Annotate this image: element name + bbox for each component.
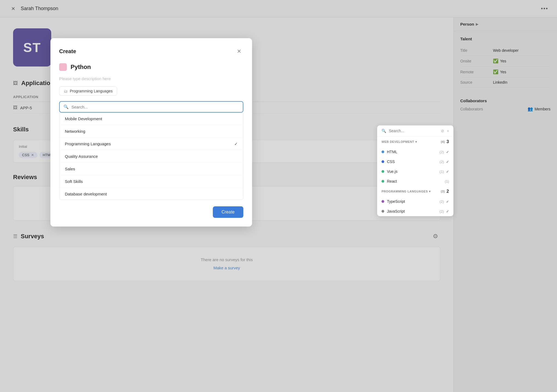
category-button[interactable]: 🗂 Programming Languages bbox=[59, 86, 117, 96]
javascript-check-icon: ✓ bbox=[446, 209, 449, 213]
vuejs-dot bbox=[382, 170, 384, 173]
skills-panel: 🔍 ⊘ + WEB DEVELOPMENT ▾ (4) 3 HTML (2) ✓… bbox=[377, 125, 453, 216]
create-modal: Create ✕ Python Please type description … bbox=[50, 38, 252, 227]
skill-item-vuejs[interactable]: Vue.js (1) ✓ bbox=[377, 167, 453, 176]
check-mark-icon: ✓ bbox=[234, 142, 238, 146]
dropdown-item-qa[interactable]: Quality Assurance bbox=[59, 150, 243, 163]
vuejs-check-icon: ✓ bbox=[446, 170, 449, 174]
skills-filter-icon[interactable]: ⊘ bbox=[441, 129, 444, 133]
skill-item-css[interactable]: CSS (2) ✓ bbox=[377, 157, 453, 167]
skill-item-typescript[interactable]: TypeScript (2) ✓ bbox=[377, 197, 453, 206]
dropdown-item-programming[interactable]: Programming Languages ✓ bbox=[59, 138, 243, 150]
skill-group-prog-lang: PROGRAMMING LANGUAGES ▾ (3) 2 bbox=[377, 186, 453, 197]
category-icon: 🗂 bbox=[64, 89, 68, 93]
dropdown-item-networking[interactable]: Networking bbox=[59, 125, 243, 138]
category-label: Programming Languages bbox=[70, 89, 113, 93]
color-swatch[interactable] bbox=[59, 63, 67, 71]
search-input-wrap: 🔍 bbox=[59, 101, 243, 113]
dropdown-list: Mobile Development Networking Programmin… bbox=[59, 113, 243, 200]
dropdown-item-sales[interactable]: Sales bbox=[59, 163, 243, 175]
typescript-check-icon: ✓ bbox=[446, 200, 449, 204]
typescript-dot bbox=[382, 200, 384, 203]
skills-add-icon[interactable]: + bbox=[447, 129, 449, 133]
dropdown-item-database[interactable]: Database development bbox=[59, 188, 243, 200]
html-check-icon: ✓ bbox=[446, 150, 449, 154]
css-check-icon: ✓ bbox=[446, 160, 449, 164]
dropdown-item-softskills[interactable]: Soft Skills bbox=[59, 175, 243, 188]
create-button[interactable]: Create bbox=[213, 206, 243, 218]
search-input[interactable] bbox=[71, 105, 239, 109]
modal-close-button[interactable]: ✕ bbox=[235, 47, 243, 56]
css-dot bbox=[382, 160, 384, 163]
skills-search-icon: 🔍 bbox=[382, 129, 386, 133]
react-dot bbox=[382, 180, 384, 183]
modal-title: Create bbox=[59, 48, 76, 55]
javascript-dot bbox=[382, 210, 384, 213]
dropdown-item-mobile[interactable]: Mobile Development bbox=[59, 113, 243, 125]
skill-item-react[interactable]: React (1) bbox=[377, 176, 453, 186]
skill-item-javascript[interactable]: JavaScript (2) ✓ bbox=[377, 206, 453, 216]
modal-item-name: Python bbox=[71, 64, 91, 71]
skill-group-web-dev: WEB DEVELOPMENT ▾ (4) 3 bbox=[377, 137, 453, 147]
modal-description[interactable]: Please type description here bbox=[59, 76, 243, 81]
skills-search-input[interactable] bbox=[389, 129, 438, 133]
search-area: 🔍 Mobile Development Networking Programm… bbox=[59, 101, 243, 200]
skill-item-html[interactable]: HTML (2) ✓ bbox=[377, 147, 453, 157]
html-dot bbox=[382, 150, 384, 153]
search-icon: 🔍 bbox=[63, 104, 69, 109]
skills-panel-search-row: 🔍 ⊘ + bbox=[377, 125, 453, 137]
